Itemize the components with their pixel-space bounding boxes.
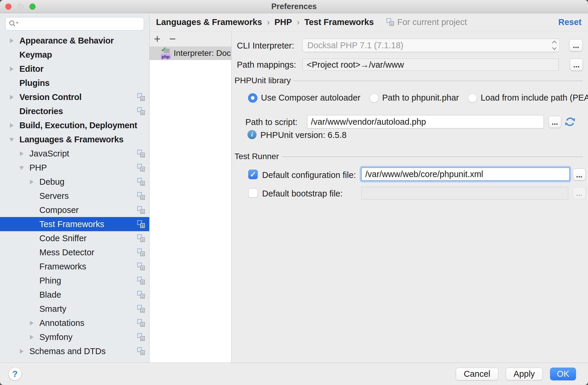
disclosure-arrow-icon[interactable] xyxy=(8,38,19,44)
project-copy-icon xyxy=(137,248,145,256)
sidebar-item-annotations[interactable]: Annotations xyxy=(0,316,149,330)
sidebar-item-label: Schemas and DTDs xyxy=(29,346,106,356)
default-bootstrap-checkbox[interactable] xyxy=(248,188,258,198)
settings-search-input[interactable] xyxy=(21,19,141,29)
disclosure-arrow-icon[interactable] xyxy=(18,348,29,354)
disclosure-arrow-icon[interactable] xyxy=(8,122,19,128)
disclosure-arrow-icon[interactable] xyxy=(28,179,39,185)
disclosure-arrow-icon[interactable] xyxy=(28,235,39,241)
disclosure-arrow-icon[interactable] xyxy=(28,306,39,312)
test-runner-section-title: Test Runner xyxy=(234,152,279,161)
breadcrumb-test-frameworks: Test Frameworks xyxy=(304,17,374,27)
project-copy-icon xyxy=(137,192,145,200)
disclosure-arrow-icon[interactable] xyxy=(18,165,29,171)
default-configuration-label: Default configuration file: xyxy=(262,170,356,180)
disclosure-arrow-icon[interactable] xyxy=(8,52,19,58)
disclosure-arrow-icon[interactable] xyxy=(18,151,29,156)
project-copy-icon xyxy=(137,93,145,101)
reload-icon[interactable] xyxy=(564,116,576,128)
sidebar-item-blade[interactable]: Blade xyxy=(0,288,149,302)
disclosure-arrow-icon[interactable] xyxy=(8,108,19,114)
radio-path-to-phpunit-phar[interactable]: Path to phpunit.phar xyxy=(369,93,459,103)
section-divider xyxy=(293,81,583,81)
breadcrumb-languages-frameworks[interactable]: Languages & Frameworks xyxy=(156,17,262,27)
remove-interpreter-button[interactable]: − xyxy=(167,33,178,45)
settings-header: Languages & Frameworks › PHP › Test Fram… xyxy=(150,13,588,31)
sidebar-item-mess-detector[interactable]: Mess Detector xyxy=(0,245,149,259)
disclosure-arrow-icon[interactable] xyxy=(8,80,19,86)
add-interpreter-button[interactable]: + xyxy=(152,33,163,45)
sidebar-item-test-frameworks[interactable]: Test Frameworks xyxy=(0,217,149,231)
sidebar-item-debug[interactable]: Debug xyxy=(0,175,149,189)
interpreter-list-item[interactable]: ✓ php Interpreter: Dock xyxy=(150,46,231,60)
breadcrumb-separator: › xyxy=(267,17,270,27)
sidebar-item-label: Build, Execution, Deployment xyxy=(19,121,137,130)
project-copy-icon xyxy=(137,220,145,228)
disclosure-arrow-icon[interactable] xyxy=(28,207,39,213)
sidebar-item-label: Version Control xyxy=(19,92,81,102)
sidebar-item-phing[interactable]: Phing xyxy=(0,274,149,288)
radio-icon xyxy=(248,93,257,103)
help-button[interactable]: ? xyxy=(8,367,22,381)
interpreter-list: ✓ php Interpreter: Dock xyxy=(150,46,231,363)
disclosure-arrow-icon[interactable] xyxy=(8,136,19,142)
sidebar-item-version-control[interactable]: Version Control xyxy=(0,90,149,104)
caret-down-icon xyxy=(16,22,19,24)
project-copy-icon xyxy=(137,206,145,214)
breadcrumb-php[interactable]: PHP xyxy=(274,17,292,27)
disclosure-arrow-icon[interactable] xyxy=(28,193,39,199)
sidebar-item-label: Code Sniffer xyxy=(39,234,87,243)
path-to-script-browse-button[interactable]: ... xyxy=(548,116,561,128)
sidebar-item-label: Appearance & Behavior xyxy=(19,36,114,46)
sidebar-item-javascript[interactable]: JavaScript xyxy=(0,146,149,161)
radio-use-composer-autoloader[interactable]: Use Composer autoloader xyxy=(248,93,361,103)
sidebar-item-label: Languages & Frameworks xyxy=(19,135,123,144)
sidebar-item-build-execution-deployment[interactable]: Build, Execution, Deployment xyxy=(0,118,149,132)
reset-link[interactable]: Reset xyxy=(558,17,582,27)
default-bootstrap-browse-button: ... xyxy=(573,187,586,199)
sidebar-item-label: Editor xyxy=(19,64,43,74)
sidebar-item-plugins[interactable]: Plugins xyxy=(0,76,149,90)
sidebar-item-smarty[interactable]: Smarty xyxy=(0,302,149,316)
default-configuration-browse-button[interactable]: ... xyxy=(573,169,586,181)
dialog-footer: ? Cancel Apply OK xyxy=(0,363,588,385)
sidebar-item-languages-frameworks[interactable]: Languages & Frameworks xyxy=(0,132,149,146)
disclosure-arrow-icon[interactable] xyxy=(8,94,19,100)
path-to-script-input[interactable] xyxy=(307,115,544,129)
radio-load-from-include-path[interactable]: Load from include path (PEAR) xyxy=(468,93,588,103)
sidebar-item-appearance-behavior[interactable]: Appearance & Behavior xyxy=(0,34,149,48)
cli-interpreter-browse-button[interactable]: ... xyxy=(569,39,583,51)
disclosure-arrow-icon[interactable] xyxy=(28,292,39,298)
sidebar-item-directories[interactable]: Directories xyxy=(0,104,149,118)
disclosure-arrow-icon[interactable] xyxy=(28,278,39,284)
preferences-window: Preferences Appearance & Behavior Keymap xyxy=(0,0,588,385)
disclosure-arrow-icon[interactable] xyxy=(28,264,39,269)
settings-search-box[interactable] xyxy=(5,17,144,31)
sidebar-item-label: Test Frameworks xyxy=(39,219,104,229)
path-mappings-browse-button[interactable]: ... xyxy=(570,59,583,71)
apply-button[interactable]: Apply xyxy=(506,368,543,380)
disclosure-arrow-icon[interactable] xyxy=(8,66,19,72)
path-mappings-field[interactable]: <Project root>→/var/www xyxy=(302,59,559,71)
disclosure-arrow-icon[interactable] xyxy=(28,334,39,340)
cancel-button[interactable]: Cancel xyxy=(456,368,498,380)
sidebar-item-servers[interactable]: Servers xyxy=(0,189,149,203)
disclosure-arrow-icon[interactable] xyxy=(28,221,39,227)
cli-interpreter-select[interactable]: Docksal PHP 7.1 (7.1.18) xyxy=(302,39,560,52)
sidebar-item-frameworks[interactable]: Frameworks xyxy=(0,259,149,274)
sidebar-item-schemas-and-dtds[interactable]: Schemas and DTDs xyxy=(0,344,149,358)
sidebar-item-php[interactable]: PHP xyxy=(0,161,149,175)
default-configuration-checkbox[interactable]: ✓ xyxy=(248,170,258,179)
ok-button[interactable]: OK xyxy=(550,368,576,380)
phpunit-settings-form: CLI Interpreter: Docksal PHP 7.1 (7.1.18… xyxy=(232,31,588,363)
sidebar-item-symfony[interactable]: Symfony xyxy=(0,330,149,344)
sidebar-item-code-sniffer[interactable]: Code Sniffer xyxy=(0,231,149,245)
disclosure-arrow-icon[interactable] xyxy=(28,249,39,255)
sidebar-item-composer[interactable]: Composer xyxy=(0,203,149,217)
sidebar-item-editor[interactable]: Editor xyxy=(0,62,149,76)
sidebar-item-label: PHP xyxy=(29,163,47,173)
sidebar-item-keymap[interactable]: Keymap xyxy=(0,48,149,62)
disclosure-arrow-icon[interactable] xyxy=(28,320,39,326)
default-configuration-input[interactable] xyxy=(361,167,570,181)
sidebar-item-label: Keymap xyxy=(19,50,52,60)
